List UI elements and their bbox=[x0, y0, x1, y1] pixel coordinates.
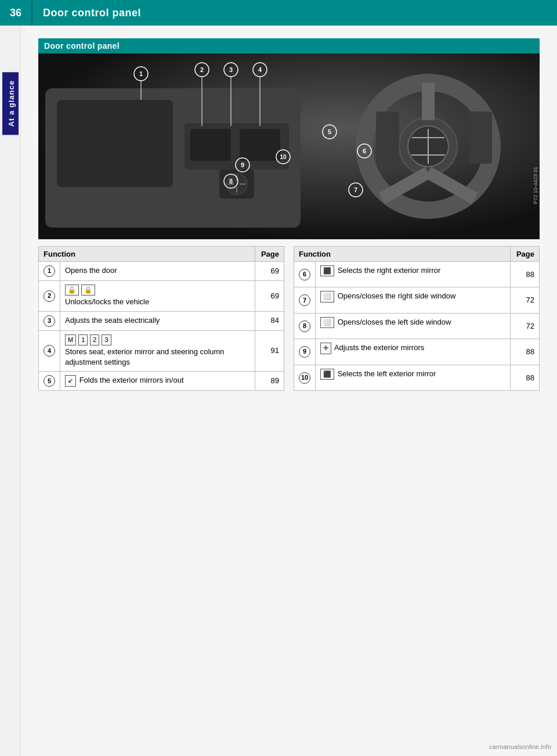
svg-text:7: 7 bbox=[354, 186, 357, 193]
row-page: 69 bbox=[255, 281, 284, 312]
row-function: ⬛ Selects the left exterior mirror bbox=[316, 365, 511, 390]
row-number: 1 bbox=[39, 262, 60, 281]
table-row: 5 ↙ Folds the exterior mirrors in/out 89 bbox=[39, 372, 284, 391]
table-row: 2 🔓 🔒 Unlocks/locks the vehicle 69 bbox=[39, 281, 284, 312]
row-page: 88 bbox=[511, 365, 540, 390]
row-number: 8 bbox=[294, 313, 316, 339]
row-function: M 1 2 3 Stores seat, exterior mirror and… bbox=[60, 330, 255, 372]
memory-1-icon: 1 bbox=[78, 334, 88, 345]
row-number: 6 bbox=[294, 262, 316, 287]
section-header: Door control panel bbox=[38, 38, 540, 53]
photo-id: P72 10-4423-31 bbox=[533, 167, 538, 204]
table-row: 9 ✛ Adjusts the exterior mirrors 88 bbox=[294, 339, 540, 365]
svg-text:5: 5 bbox=[328, 128, 331, 135]
svg-rect-2 bbox=[57, 100, 173, 187]
row-page: 88 bbox=[511, 262, 540, 287]
table-row: 6 ⬛ Selects the right exterior mirror 88 bbox=[294, 262, 540, 287]
memory-2-icon: 2 bbox=[90, 334, 99, 345]
table-row: 4 M 1 2 3 Stores seat, exterior mirror a… bbox=[39, 330, 284, 372]
sidebar-tab-label: At a glance bbox=[2, 72, 19, 135]
right-window-icon: ⬜ bbox=[320, 291, 334, 302]
tables-row: Function Page 1 Opens the door 69 bbox=[38, 246, 540, 391]
row-number: 2 bbox=[39, 281, 60, 312]
row-number: 9 bbox=[294, 339, 316, 365]
unlock-icon: 🔓 bbox=[65, 285, 79, 296]
row-page: 72 bbox=[511, 313, 540, 339]
svg-text:6: 6 bbox=[363, 147, 366, 154]
svg-rect-4 bbox=[190, 129, 231, 161]
page-number: 36 bbox=[0, 0, 32, 26]
svg-text:2: 2 bbox=[200, 66, 204, 73]
row-page: 89 bbox=[255, 372, 284, 391]
table-row: 8 ⬜ Opens/closes the left side window 72 bbox=[294, 313, 540, 339]
table-row: 10 ⬛ Selects the left exterior mirror 88 bbox=[294, 365, 540, 390]
header-title: Door control panel bbox=[32, 7, 141, 19]
lock-icon: 🔒 bbox=[81, 285, 95, 296]
watermark: carmanualsonline.info bbox=[489, 743, 551, 750]
car-svg: 1 2 3 4 5 bbox=[38, 53, 540, 239]
left-sidebar: At a glance bbox=[0, 26, 21, 756]
row-function: ↙ Folds the exterior mirrors in/out bbox=[60, 372, 255, 391]
table-row: 7 ⬜ Opens/closes the right side window 7… bbox=[294, 287, 540, 313]
right-table-function-header: Function bbox=[294, 247, 511, 262]
right-function-table: Function Page 6 ⬛ Selects the right exte… bbox=[294, 246, 540, 391]
svg-rect-5 bbox=[240, 129, 280, 161]
row-function: ⬜ Opens/closes the left side window bbox=[316, 313, 511, 339]
row-page: 88 bbox=[511, 339, 540, 365]
left-table-function-header: Function bbox=[39, 247, 255, 262]
car-image: 1 2 3 4 5 bbox=[38, 53, 540, 239]
left-function-table: Function Page 1 Opens the door 69 bbox=[38, 246, 284, 391]
row-function: Opens the door bbox=[60, 262, 255, 281]
left-mirror-icon: ⬛ bbox=[320, 369, 334, 380]
mirror-adjust-icon: ✛ bbox=[320, 343, 331, 354]
table-row: 3 Adjusts the seats electrically 84 bbox=[39, 311, 284, 330]
memory-M-icon: M bbox=[65, 334, 76, 345]
svg-text:1: 1 bbox=[139, 70, 143, 77]
svg-text:9: 9 bbox=[241, 161, 244, 168]
row-number: 3 bbox=[39, 311, 60, 330]
row-page: 69 bbox=[255, 262, 284, 281]
car-image-placeholder: 1 2 3 4 5 bbox=[38, 53, 540, 239]
row-function: ✛ Adjusts the exterior mirrors bbox=[316, 339, 511, 365]
svg-text:10: 10 bbox=[280, 154, 287, 160]
row-number: 7 bbox=[294, 287, 316, 313]
row-function: Adjusts the seats electrically bbox=[60, 311, 255, 330]
main-content: Door control panel bbox=[21, 26, 557, 408]
memory-3-icon: 3 bbox=[102, 334, 111, 345]
row-function: ⬛ Selects the right exterior mirror bbox=[316, 262, 511, 287]
svg-text:3: 3 bbox=[229, 66, 233, 73]
row-function: ⬜ Opens/closes the right side window bbox=[316, 287, 511, 313]
table-row: 1 Opens the door 69 bbox=[39, 262, 284, 281]
top-header: 36 Door control panel bbox=[0, 0, 557, 26]
row-number: 10 bbox=[294, 365, 316, 390]
right-table-page-header: Page bbox=[511, 247, 540, 262]
row-number: 5 bbox=[39, 372, 60, 391]
fold-mirror-icon: ↙ bbox=[65, 375, 76, 386]
right-mirror-icon: ⬛ bbox=[320, 265, 334, 276]
row-page: 72 bbox=[511, 287, 540, 313]
row-page: 84 bbox=[255, 311, 284, 330]
row-page: 91 bbox=[255, 330, 284, 372]
row-function: 🔓 🔒 Unlocks/locks the vehicle bbox=[60, 281, 255, 312]
svg-rect-21 bbox=[376, 111, 399, 164]
left-window-icon: ⬜ bbox=[320, 317, 334, 328]
row-number: 4 bbox=[39, 330, 60, 372]
svg-text:8: 8 bbox=[229, 178, 233, 185]
svg-rect-22 bbox=[469, 111, 492, 164]
svg-text:4: 4 bbox=[258, 66, 262, 73]
left-table-page-header: Page bbox=[255, 247, 284, 262]
